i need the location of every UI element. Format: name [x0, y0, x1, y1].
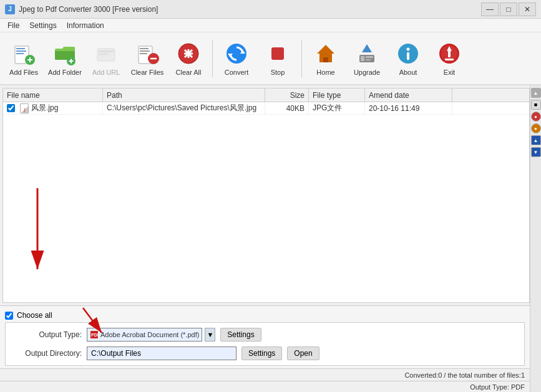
title-bar: J Jpeg to Pdf Converter 3000 [Free versi…	[0, 0, 541, 19]
svg-rect-15	[140, 50, 150, 52]
home-button[interactable]: Home	[306, 35, 346, 82]
choose-all-checkbox[interactable]	[5, 312, 13, 320]
about-label: About	[399, 69, 417, 76]
stop-icon	[265, 41, 290, 66]
add-url-label: Add URL	[92, 69, 120, 76]
convert-button[interactable]: Convert	[217, 35, 256, 82]
right-btn-2[interactable]: ■	[531, 100, 541, 110]
status-text: Converted:0 / the total number of files:…	[404, 371, 525, 379]
app-icon: J	[5, 4, 15, 14]
svg-rect-30	[323, 57, 328, 62]
svg-marker-35	[362, 44, 372, 52]
right-btn-3[interactable]: ●	[531, 112, 541, 122]
open-button[interactable]: Open	[287, 347, 319, 360]
output-dir-row: Output Directory: Settings Open	[13, 347, 517, 360]
output-dir-input[interactable]	[87, 347, 236, 360]
output-type-row: Output Type: PDF Adobe Acrobat Document …	[13, 328, 517, 342]
file-icon: J	[20, 103, 29, 113]
col-amend: Amend date	[365, 88, 452, 102]
svg-rect-12	[99, 54, 109, 55]
col-size: Size	[265, 88, 309, 102]
cell-size: 40KB	[265, 102, 309, 114]
maximize-button[interactable]: □	[500, 2, 517, 16]
add-folder-button[interactable]: Add Folder	[45, 35, 85, 82]
window-title: Jpeg to Pdf Converter 3000 [Free version…	[19, 5, 158, 14]
upgrade-button[interactable]: Upgrade	[347, 35, 387, 82]
row-checkbox[interactable]	[7, 104, 15, 112]
menu-settings[interactable]: Settings	[24, 20, 61, 31]
right-btn-6[interactable]: ▼	[531, 147, 541, 157]
status-bar-2: Output Type: PDF	[0, 381, 530, 392]
menu-information[interactable]: Information	[62, 20, 109, 31]
right-btn-4[interactable]: ●	[531, 123, 541, 133]
svg-rect-28	[271, 47, 284, 60]
exit-label: Exit	[444, 69, 455, 76]
right-panel: ▲ ■ ● ● ▲ ▼	[530, 85, 541, 392]
svg-point-37	[407, 47, 410, 50]
toolbar-separator-2	[301, 40, 302, 77]
col-path: Path	[103, 88, 265, 102]
upgrade-icon	[354, 41, 379, 66]
file-list: File name Path Size File type Amend date…	[2, 88, 530, 303]
output-dir-label: Output Directory:	[13, 349, 82, 358]
col-filetype: File type	[309, 88, 365, 102]
col-filename: File name	[3, 88, 103, 102]
svg-rect-16	[140, 53, 147, 54]
stop-button[interactable]: Stop	[258, 35, 298, 82]
cell-path: C:\Users\pc\Pictures\Saved Pictures\风景.j…	[103, 102, 265, 114]
svg-rect-33	[366, 56, 373, 58]
main-area: File name Path Size File type Amend date…	[0, 85, 541, 392]
output-type-settings-button[interactable]: Settings	[220, 328, 261, 342]
cell-amend: 20-10-16 11:49	[365, 102, 452, 114]
close-button[interactable]: ✕	[519, 2, 536, 16]
table-body: J 风景.jpg C:\Users\pc\Pictures\Saved Pict…	[3, 102, 529, 302]
clear-files-button[interactable]: Clear Files	[127, 35, 167, 82]
table-row[interactable]: J 风景.jpg C:\Users\pc\Pictures\Saved Pict…	[3, 102, 529, 115]
svg-rect-6	[29, 57, 31, 62]
exit-icon	[437, 41, 462, 66]
svg-rect-3	[16, 53, 24, 54]
output-type-status: Output Type: PDF	[470, 383, 525, 391]
add-files-label: Add Files	[9, 69, 38, 76]
home-icon	[313, 41, 338, 66]
svg-rect-34	[366, 59, 371, 60]
output-type-value: Adobe Acrobat Document (*.pdf)	[100, 331, 199, 338]
exit-button[interactable]: Exit	[429, 35, 469, 82]
output-type-label: Output Type:	[13, 330, 82, 339]
add-files-button[interactable]: Add Files	[4, 35, 44, 82]
choose-all-label: Choose all	[17, 311, 52, 320]
add-folder-icon	[52, 41, 77, 66]
table-header: File name Path Size File type Amend date	[3, 88, 529, 102]
clear-files-icon	[135, 41, 160, 66]
status-bar: Converted:0 / the total number of files:…	[0, 368, 530, 381]
toolbar-separator-1	[212, 40, 213, 77]
clear-all-label: Clear All	[176, 69, 202, 76]
about-button[interactable]: About	[388, 35, 428, 82]
clear-files-label: Clear Files	[131, 69, 164, 76]
output-settings: Output Type: PDF Adobe Acrobat Document …	[5, 322, 525, 366]
svg-rect-1	[16, 48, 25, 49]
convert-icon	[224, 41, 249, 66]
right-btn-5[interactable]: ▲	[531, 135, 541, 145]
pdf-icon: PDF	[90, 330, 99, 339]
menu-file[interactable]: File	[2, 20, 24, 31]
choose-all-row: Choose all	[5, 308, 525, 322]
home-label: Home	[316, 69, 334, 76]
right-btn-1[interactable]: ▲	[531, 88, 541, 98]
add-url-button[interactable]: Add URL	[86, 35, 126, 82]
output-type-dropdown[interactable]: ▼	[205, 328, 215, 342]
convert-label: Convert	[225, 69, 249, 76]
about-icon	[396, 41, 421, 66]
svg-rect-2	[16, 50, 26, 52]
svg-rect-9	[71, 59, 72, 63]
add-url-icon	[94, 41, 119, 66]
svg-rect-14	[140, 48, 149, 49]
filename-text: 风景.jpg	[31, 103, 58, 113]
cell-filename: J 风景.jpg	[3, 102, 103, 114]
svg-rect-32	[361, 56, 364, 61]
minimize-button[interactable]: —	[481, 2, 499, 16]
clear-all-button[interactable]: Clear All	[168, 35, 208, 82]
output-dir-settings-button[interactable]: Settings	[241, 347, 282, 360]
window-controls: — □ ✕	[481, 2, 536, 16]
svg-rect-11	[99, 50, 114, 52]
